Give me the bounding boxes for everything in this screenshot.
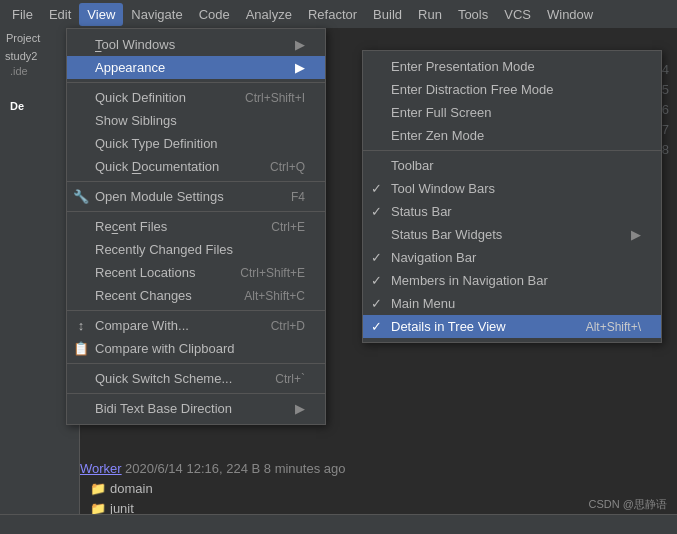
separator-6 xyxy=(67,393,325,394)
details-tree-label: Details in Tree View xyxy=(391,319,506,334)
menu-item-compare-clipboard[interactable]: 📋 Compare with Clipboard xyxy=(67,337,325,360)
menu-item-status-bar-widgets[interactable]: Status Bar Widgets ▶ xyxy=(363,223,661,246)
recent-files-shortcut: Ctrl+E xyxy=(247,220,305,234)
menu-item-distraction-free[interactable]: Enter Distraction Free Mode xyxy=(363,78,661,101)
separator-4 xyxy=(67,310,325,311)
quick-switch-shortcut: Ctrl+` xyxy=(251,372,305,386)
separator-2 xyxy=(67,181,325,182)
bidi-arrow: ▶ xyxy=(279,401,305,416)
zen-mode-label: Enter Zen Mode xyxy=(391,128,484,143)
menu-item-members-nav-bar[interactable]: ✓ Members in Navigation Bar xyxy=(363,269,661,292)
menu-item-compare-with[interactable]: ↕ Compare With... Ctrl+D xyxy=(67,314,325,337)
compare-with-icon: ↕ xyxy=(73,318,89,333)
status-bar-checkmark: ✓ xyxy=(371,204,382,219)
details-tree-shortcut: Alt+Shift+\ xyxy=(562,320,641,334)
menu-item-appearance-label: Appearance xyxy=(95,60,165,75)
menu-item-bidi[interactable]: Bidi Text Base Direction ▶ xyxy=(67,397,325,420)
appearance-submenu-popup: Enter Presentation Mode Enter Distractio… xyxy=(362,50,662,343)
quick-type-label: Quick Type Definition xyxy=(95,136,218,151)
menu-item-quick-type[interactable]: Quick Type Definition xyxy=(67,132,325,155)
nav-bar-checkmark: ✓ xyxy=(371,250,382,265)
menu-item-tool-window-bars[interactable]: ✓ Tool Window Bars xyxy=(363,177,661,200)
recent-files-label: Recent Files xyxy=(95,219,167,234)
tool-window-bars-label: Tool Window Bars xyxy=(391,181,495,196)
menu-item-recent-files[interactable]: Recent Files Ctrl+E xyxy=(67,215,325,238)
members-nav-bar-label: Members in Navigation Bar xyxy=(391,273,548,288)
menu-item-tool-windows-label: Tool Windows xyxy=(95,37,175,52)
recent-locations-label: Recent Locations xyxy=(95,265,195,280)
quick-doc-shortcut: Ctrl+Q xyxy=(246,160,305,174)
open-module-icon: 🔧 xyxy=(73,189,89,204)
main-menu-checkmark: ✓ xyxy=(371,296,382,311)
compare-with-label: Compare With... xyxy=(95,318,189,333)
recent-changes-shortcut: Alt+Shift+C xyxy=(220,289,305,303)
separator-5 xyxy=(67,363,325,364)
open-module-shortcut: F4 xyxy=(267,190,305,204)
full-screen-label: Enter Full Screen xyxy=(391,105,491,120)
open-module-label: Open Module Settings xyxy=(95,189,224,204)
tool-windows-arrow: ▶ xyxy=(279,37,305,52)
recently-changed-label: Recently Changed Files xyxy=(95,242,233,257)
menu-item-full-screen[interactable]: Enter Full Screen xyxy=(363,101,661,124)
compare-with-shortcut: Ctrl+D xyxy=(247,319,305,333)
distraction-free-label: Enter Distraction Free Mode xyxy=(391,82,554,97)
menu-item-main-menu[interactable]: ✓ Main Menu xyxy=(363,292,661,315)
compare-clipboard-icon: 📋 xyxy=(73,341,89,356)
bidi-label: Bidi Text Base Direction xyxy=(95,401,232,416)
menu-item-tool-windows[interactable]: Tool Windows ▶ xyxy=(67,33,325,56)
toolbar-label: Toolbar xyxy=(391,158,434,173)
members-nav-bar-checkmark: ✓ xyxy=(371,273,382,288)
quick-def-shortcut: Ctrl+Shift+I xyxy=(221,91,305,105)
menu-item-appearance[interactable]: Appearance ▶ xyxy=(67,56,325,79)
recent-changes-label: Recent Changes xyxy=(95,288,192,303)
tool-window-bars-checkmark: ✓ xyxy=(371,181,382,196)
menu-item-open-module[interactable]: 🔧 Open Module Settings F4 xyxy=(67,185,325,208)
appearance-separator-1 xyxy=(363,150,661,151)
separator-1 xyxy=(67,82,325,83)
quick-def-label: Quick Definition xyxy=(95,90,186,105)
presentation-mode-label: Enter Presentation Mode xyxy=(391,59,535,74)
menu-item-quick-def[interactable]: Quick Definition Ctrl+Shift+I xyxy=(67,86,325,109)
recent-locations-shortcut: Ctrl+Shift+E xyxy=(216,266,305,280)
status-bar-widgets-arrow: ▶ xyxy=(615,227,641,242)
menu-item-recent-locations[interactable]: Recent Locations Ctrl+Shift+E xyxy=(67,261,325,284)
main-menu-label: Main Menu xyxy=(391,296,455,311)
navigation-bar-label: Navigation Bar xyxy=(391,250,476,265)
menu-item-recent-changes[interactable]: Recent Changes Alt+Shift+C xyxy=(67,284,325,307)
view-menu-popup: Tool Windows ▶ Appearance ▶ Quick Defini… xyxy=(66,28,326,425)
menu-item-zen-mode[interactable]: Enter Zen Mode xyxy=(363,124,661,147)
separator-3 xyxy=(67,211,325,212)
menu-item-show-siblings[interactable]: Show Siblings xyxy=(67,109,325,132)
show-siblings-label: Show Siblings xyxy=(95,113,177,128)
appearance-arrow: ▶ xyxy=(279,60,305,75)
status-bar-widgets-label: Status Bar Widgets xyxy=(391,227,502,242)
menu-item-recently-changed[interactable]: Recently Changed Files xyxy=(67,238,325,261)
quick-doc-label: Quick Documentation xyxy=(95,159,219,174)
menu-item-navigation-bar[interactable]: ✓ Navigation Bar xyxy=(363,246,661,269)
menu-item-details-tree-view[interactable]: ✓ Details in Tree View Alt+Shift+\ xyxy=(363,315,661,338)
details-tree-checkmark: ✓ xyxy=(371,319,382,334)
menu-item-status-bar[interactable]: ✓ Status Bar xyxy=(363,200,661,223)
dropdown-container: Tool Windows ▶ Appearance ▶ Quick Defini… xyxy=(0,0,677,534)
status-bar-label: Status Bar xyxy=(391,204,452,219)
compare-clipboard-label: Compare with Clipboard xyxy=(95,341,234,356)
menu-item-toolbar[interactable]: Toolbar xyxy=(363,154,661,177)
quick-switch-label: Quick Switch Scheme... xyxy=(95,371,232,386)
menu-item-quick-doc[interactable]: Quick Documentation Ctrl+Q xyxy=(67,155,325,178)
menu-item-quick-switch[interactable]: Quick Switch Scheme... Ctrl+` xyxy=(67,367,325,390)
menu-item-presentation-mode[interactable]: Enter Presentation Mode xyxy=(363,55,661,78)
